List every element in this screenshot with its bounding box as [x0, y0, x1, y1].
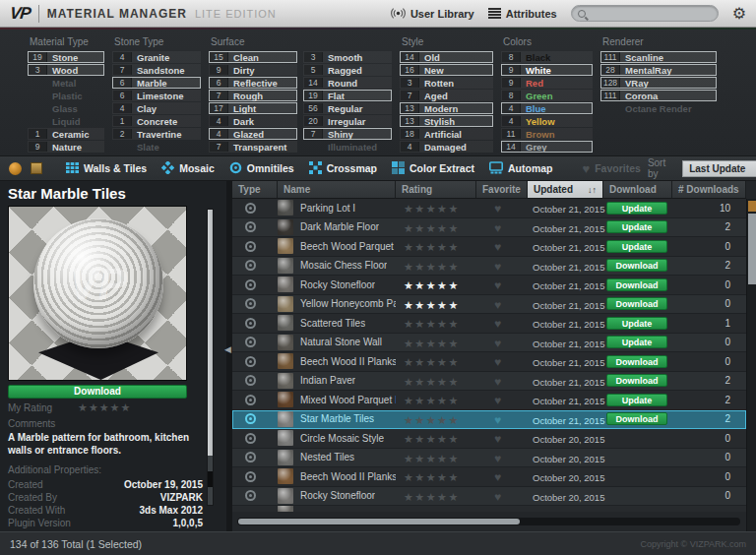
- download-button[interactable]: Download: [8, 385, 187, 399]
- rating-stars[interactable]: ★★★★★: [396, 338, 460, 349]
- filter-item-sandstone[interactable]: 7Sandstone: [112, 64, 201, 76]
- mosaic-button[interactable]: Mosaic: [158, 159, 219, 178]
- table-row[interactable]: Mixed Wood Parquet III★★★★★♥October 21, …: [232, 391, 746, 410]
- filter-item-clean[interactable]: 15Clean: [209, 51, 297, 63]
- download-row-button[interactable]: Download: [606, 259, 667, 272]
- sort-dropdown[interactable]: Last Update ▼: [682, 160, 756, 177]
- filter-item-grey[interactable]: 14Grey: [501, 141, 593, 153]
- filter-item-glazed[interactable]: 4Glazed: [209, 128, 297, 140]
- filter-item-granite[interactable]: 4Granite: [112, 51, 201, 63]
- filter-item-dark[interactable]: 4Dark: [209, 115, 297, 127]
- filter-item-stylish[interactable]: 13Stylish: [400, 115, 493, 127]
- column-header-updated[interactable]: Updated↓↑: [528, 181, 603, 198]
- filter-item-white[interactable]: 9White: [501, 64, 593, 76]
- filter-item-dirty[interactable]: 9Dirty: [209, 64, 297, 76]
- favorite-heart-icon[interactable]: ♥: [476, 375, 501, 389]
- rating-stars[interactable]: ★★★★★: [396, 395, 460, 406]
- sphere-preview-icon[interactable]: [9, 162, 22, 175]
- rating-stars[interactable]: ★★★★★: [396, 299, 460, 311]
- update-row-button[interactable]: Update: [606, 220, 667, 233]
- rating-stars[interactable]: ★★★★★: [396, 203, 460, 215]
- column-header-type[interactable]: Type: [232, 181, 278, 198]
- horizontal-scrollbar[interactable]: [237, 518, 740, 525]
- rating-stars[interactable]: ★★★★★: [396, 222, 460, 234]
- filter-item-blue[interactable]: 4Blue: [501, 102, 593, 114]
- filter-item-vray[interactable]: 128VRay: [600, 77, 717, 89]
- horizontal-scrollbar-thumb[interactable]: [238, 519, 520, 524]
- rating-stars[interactable]: ★★★★★: [396, 414, 460, 426]
- filter-item-clay[interactable]: 4Clay: [112, 102, 201, 114]
- rating-stars[interactable]: ★★★★★: [396, 279, 460, 291]
- favorite-heart-icon[interactable]: ♥: [476, 260, 501, 274]
- table-row[interactable]: Rocky Stonefloor★★★★★♥October 20, 20150: [232, 487, 746, 507]
- filter-item-marble[interactable]: 6Marble: [112, 77, 201, 89]
- search-input[interactable]: [591, 8, 712, 19]
- filter-item-new[interactable]: 16New: [400, 64, 493, 76]
- cube-preview-icon[interactable]: [31, 162, 42, 174]
- filter-item-green[interactable]: 8Green: [501, 90, 593, 101]
- favorites-button[interactable]: ♥ Favorites: [582, 162, 640, 175]
- table-row[interactable]: Yellow Honeycomb Paver★★★★★♥October 21, …: [232, 295, 746, 315]
- detail-scrollbar[interactable]: [207, 209, 214, 506]
- filter-item-smooth[interactable]: 3Smooth: [303, 51, 392, 63]
- filter-item-rough[interactable]: 7Rough: [209, 90, 297, 101]
- vertical-scrollbar-thumb[interactable]: [748, 214, 756, 284]
- filter-item-black[interactable]: 8Black: [501, 51, 593, 63]
- update-row-button[interactable]: Update: [606, 336, 667, 348]
- filter-item-red[interactable]: 9Red: [501, 77, 593, 89]
- column-header-rating[interactable]: Rating: [396, 181, 476, 198]
- favorite-heart-icon[interactable]: ♥: [476, 394, 501, 407]
- crossmap-button[interactable]: Crossmap: [305, 159, 381, 178]
- attributes-button[interactable]: Attributes: [488, 8, 557, 20]
- table-row[interactable]: Star Marble Tiles★★★★★♥October 21, 2015D…: [232, 410, 746, 430]
- filter-item-irregular[interactable]: 20Irregular: [303, 115, 392, 127]
- filter-item-brown[interactable]: 11Brown: [501, 128, 593, 140]
- my-rating-stars[interactable]: ★★★★★: [78, 401, 131, 414]
- filter-item-regular[interactable]: 56Regular: [303, 102, 392, 114]
- vertical-scrollbar[interactable]: [746, 199, 756, 531]
- rating-stars[interactable]: ★★★★★: [396, 453, 460, 464]
- favorite-heart-icon[interactable]: ♥: [476, 337, 501, 350]
- update-row-button[interactable]: Update: [606, 240, 667, 253]
- filter-item-old[interactable]: 14Old: [400, 51, 493, 63]
- walls-tiles-button[interactable]: Walls & Tiles: [62, 159, 151, 178]
- filter-item-limestone[interactable]: 6Limestone: [112, 90, 201, 101]
- filter-item-ceramic[interactable]: 1Ceramic: [28, 128, 104, 140]
- update-row-button[interactable]: Update: [606, 394, 667, 406]
- table-row[interactable]: Mosaic Chess Floor★★★★★♥October 21, 2015…: [232, 257, 746, 277]
- filter-item-stone[interactable]: 19Stone: [28, 51, 104, 63]
- color-extract-button[interactable]: Color Extract: [388, 159, 478, 178]
- filter-item-rotten[interactable]: 3Rotten: [400, 77, 493, 89]
- download-row-button[interactable]: Download: [606, 278, 667, 291]
- rating-stars[interactable]: ★★★★★: [396, 376, 460, 388]
- rating-stars[interactable]: ★★★★★: [396, 491, 460, 503]
- search-box[interactable]: [571, 5, 719, 22]
- automap-button[interactable]: Automap: [485, 159, 557, 178]
- collapse-panel-arrow[interactable]: ◀: [224, 344, 231, 354]
- table-row[interactable]: Natural Stone Wall★★★★★♥October 21, 2015…: [232, 334, 746, 353]
- favorite-heart-icon[interactable]: ♥: [476, 452, 501, 465]
- filter-item-aged[interactable]: 7Aged: [400, 90, 493, 101]
- gear-icon[interactable]: ⚙: [732, 6, 746, 22]
- favorite-heart-icon[interactable]: ♥: [476, 355, 501, 369]
- rating-stars[interactable]: ★★★★★: [396, 241, 460, 253]
- favorite-heart-icon[interactable]: ♥: [476, 221, 501, 235]
- table-row[interactable]: Beech Wood II Planks★★★★★♥October 21, 20…: [232, 352, 746, 372]
- rating-stars[interactable]: ★★★★★: [396, 356, 460, 368]
- column-header--downloads[interactable]: # Downloads: [672, 181, 746, 198]
- filter-item-yellow[interactable]: 4Yellow: [501, 115, 593, 127]
- filter-item-artificial[interactable]: 18Artificial: [400, 128, 493, 140]
- filter-item-mentalray[interactable]: 28MentalRay: [600, 64, 717, 76]
- filter-item-travertine[interactable]: 2Travertine: [112, 128, 201, 140]
- favorite-heart-icon[interactable]: ♥: [476, 240, 501, 254]
- detail-scrollbar-thumb[interactable]: [208, 210, 213, 456]
- filter-item-concrete[interactable]: 1Concrete: [112, 115, 201, 127]
- table-row[interactable]: Scattered Tiles★★★★★♥October 21, 2015Upd…: [232, 314, 746, 334]
- rating-stars[interactable]: ★★★★★: [396, 471, 460, 483]
- table-row[interactable]: Parking Lot I★★★★★♥October 21, 2015Updat…: [232, 199, 746, 218]
- filter-item-damaged[interactable]: 4Damaged: [400, 141, 493, 153]
- filter-item-transparent[interactable]: 7Transparent: [209, 141, 297, 153]
- update-row-button[interactable]: Update: [606, 317, 667, 330]
- favorite-heart-icon[interactable]: ♥: [476, 317, 501, 331]
- table-row[interactable]: Nested Tiles★★★★★♥October 20, 20150: [232, 449, 746, 468]
